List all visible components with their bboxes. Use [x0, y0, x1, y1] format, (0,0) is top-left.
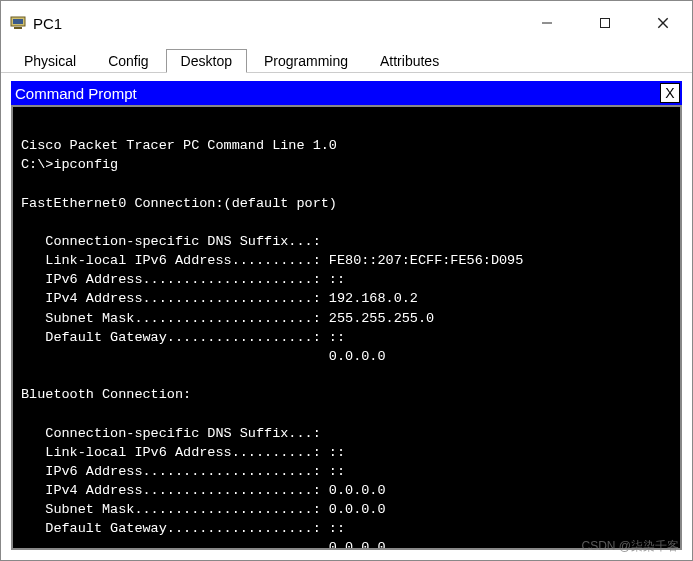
- tab-programming[interactable]: Programming: [249, 49, 363, 72]
- tab-physical[interactable]: Physical: [9, 49, 91, 72]
- tab-desktop[interactable]: Desktop: [166, 49, 247, 73]
- svg-rect-2: [14, 27, 22, 29]
- minimize-button[interactable]: [518, 1, 576, 45]
- maximize-button[interactable]: [576, 1, 634, 45]
- svg-rect-1: [13, 19, 23, 24]
- tab-config[interactable]: Config: [93, 49, 163, 72]
- app-window: PC1 Physical Config Desktop Programming …: [0, 0, 693, 561]
- content-area: Command Prompt X Cisco Packet Tracer PC …: [1, 73, 692, 560]
- window-controls: [518, 1, 692, 45]
- close-button[interactable]: [634, 1, 692, 45]
- pc-icon: [9, 14, 27, 32]
- command-prompt-title: Command Prompt: [15, 85, 660, 102]
- window-title: PC1: [33, 15, 518, 32]
- command-prompt-close-button[interactable]: X: [660, 83, 680, 103]
- tab-bar: Physical Config Desktop Programming Attr…: [1, 45, 692, 73]
- command-prompt-header: Command Prompt X: [11, 81, 682, 105]
- terminal-output[interactable]: Cisco Packet Tracer PC Command Line 1.0 …: [11, 105, 682, 550]
- svg-rect-4: [601, 19, 610, 28]
- tab-attributes[interactable]: Attributes: [365, 49, 454, 72]
- titlebar: PC1: [1, 1, 692, 45]
